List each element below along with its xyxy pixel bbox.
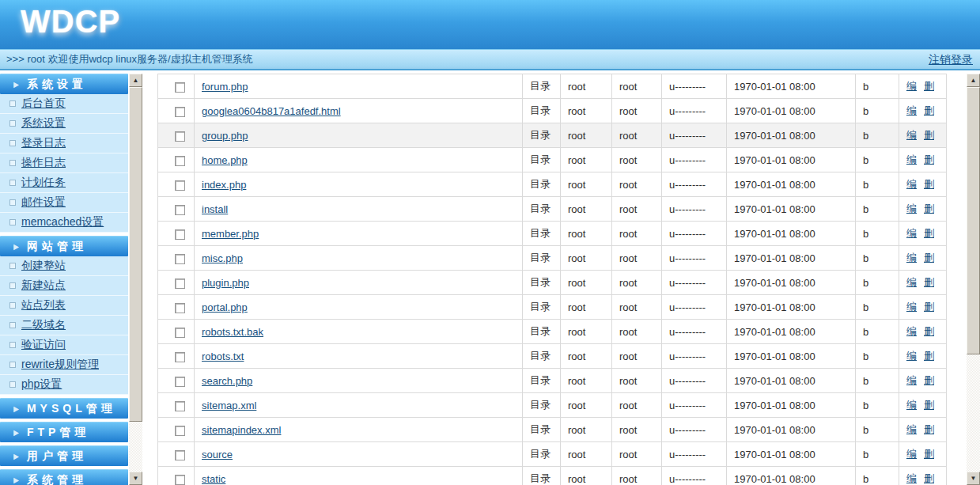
sidebar-item[interactable]: 登录日志 xyxy=(0,134,128,153)
scroll-up-button[interactable]: ▲ xyxy=(967,74,980,87)
row-checkbox[interactable] xyxy=(175,328,185,338)
row-checkbox[interactable] xyxy=(175,426,185,436)
file-link[interactable]: search.php xyxy=(202,375,252,387)
sidebar-item[interactable]: 站点列表 xyxy=(0,296,128,316)
row-checkbox[interactable] xyxy=(175,475,185,485)
scroll-down-button[interactable]: ▼ xyxy=(967,472,980,485)
file-link[interactable]: member.php xyxy=(202,228,259,240)
file-link[interactable]: static xyxy=(202,473,225,485)
sidebar-section-header[interactable]: ▶ FTP管理 xyxy=(0,422,128,442)
scroll-down-button[interactable]: ▼ xyxy=(129,472,142,485)
sidebar-item-link[interactable]: 站点列表 xyxy=(21,298,66,313)
delete-link[interactable]: 删 xyxy=(924,276,934,288)
delete-link[interactable]: 删 xyxy=(924,227,934,239)
row-checkbox[interactable] xyxy=(175,377,185,387)
edit-link[interactable]: 编 xyxy=(906,472,917,484)
delete-link[interactable]: 删 xyxy=(924,301,934,313)
sidebar-item-link[interactable]: 二级域名 xyxy=(21,318,66,332)
delete-link[interactable]: 删 xyxy=(924,203,934,214)
sidebar-item-link[interactable]: 后台首页 xyxy=(21,97,66,111)
file-link[interactable]: group.php xyxy=(202,130,248,142)
edit-link[interactable]: 编 xyxy=(906,227,917,239)
row-checkbox[interactable] xyxy=(175,303,185,313)
delete-link[interactable]: 删 xyxy=(924,448,934,460)
sidebar-section-header[interactable]: ▶ 网站管理 xyxy=(0,236,128,256)
sidebar-item-link[interactable]: 创建整站 xyxy=(21,259,66,273)
sidebar-item[interactable]: 邮件设置 xyxy=(0,193,128,213)
file-link[interactable]: misc.php xyxy=(202,252,243,264)
sidebar-section-header[interactable]: ▶ 系统管理 xyxy=(0,469,128,485)
file-link[interactable]: home.php xyxy=(202,154,248,166)
sidebar-item-link[interactable]: rewrite规则管理 xyxy=(21,358,99,372)
delete-link[interactable]: 删 xyxy=(924,178,934,190)
file-link[interactable]: sitemapindex.xml xyxy=(202,424,281,436)
sidebar-item-link[interactable]: 新建站点 xyxy=(21,278,66,293)
sidebar-item[interactable]: 计划任务 xyxy=(0,173,128,193)
delete-link[interactable]: 删 xyxy=(924,472,934,484)
sidebar-scrollbar[interactable]: ▲ ▼ xyxy=(129,74,142,485)
row-checkbox[interactable] xyxy=(175,107,185,117)
sidebar-section-header[interactable]: ▶ MYSQL管理 xyxy=(0,398,128,419)
sidebar-item-link[interactable]: 邮件设置 xyxy=(21,195,66,210)
sidebar-section-header[interactable]: ▶ 用户管理 xyxy=(0,445,128,466)
file-link[interactable]: robots.txt.bak xyxy=(202,326,263,338)
scroll-up-button[interactable]: ▲ xyxy=(129,74,142,87)
file-link[interactable]: source xyxy=(202,449,233,460)
edit-link[interactable]: 编 xyxy=(906,374,917,386)
sidebar-item[interactable]: 新建站点 xyxy=(0,276,128,296)
delete-link[interactable]: 删 xyxy=(924,80,934,92)
sidebar-item-link[interactable]: 系统设置 xyxy=(21,116,66,131)
row-checkbox[interactable] xyxy=(175,254,185,264)
row-checkbox[interactable] xyxy=(175,229,185,240)
edit-link[interactable]: 编 xyxy=(906,301,917,313)
row-checkbox[interactable] xyxy=(175,205,185,215)
sidebar-item-link[interactable]: 验证访问 xyxy=(21,338,66,352)
scrollbar-track[interactable] xyxy=(967,87,980,472)
row-checkbox[interactable] xyxy=(175,401,185,411)
row-checkbox[interactable] xyxy=(175,180,185,191)
row-checkbox[interactable] xyxy=(175,352,185,362)
delete-link[interactable]: 删 xyxy=(924,325,934,337)
scrollbar-thumb[interactable] xyxy=(967,87,980,354)
file-link[interactable]: sitemap.xml xyxy=(202,400,256,411)
edit-link[interactable]: 编 xyxy=(906,153,917,165)
delete-link[interactable]: 删 xyxy=(924,129,934,141)
delete-link[interactable]: 删 xyxy=(924,104,934,116)
sidebar-item[interactable]: rewrite规则管理 xyxy=(0,355,128,375)
edit-link[interactable]: 编 xyxy=(906,350,917,362)
delete-link[interactable]: 删 xyxy=(924,350,934,362)
sidebar-item-link[interactable]: 登录日志 xyxy=(21,136,66,150)
edit-link[interactable]: 编 xyxy=(906,399,917,411)
logout-link[interactable]: 注销登录 xyxy=(929,50,973,69)
sidebar-item-link[interactable]: memcached设置 xyxy=(21,215,104,229)
edit-link[interactable]: 编 xyxy=(906,423,917,435)
edit-link[interactable]: 编 xyxy=(906,203,917,214)
sidebar-item[interactable]: 系统设置 xyxy=(0,114,128,134)
file-link[interactable]: portal.php xyxy=(202,301,248,313)
sidebar-item-link[interactable]: 计划任务 xyxy=(21,176,66,190)
main-scrollbar[interactable]: ▲ ▼ xyxy=(967,74,980,485)
sidebar-item[interactable]: memcached设置 xyxy=(0,213,128,233)
sidebar-item[interactable]: 操作日志 xyxy=(0,153,128,173)
file-link[interactable]: googlea0604b817a1afedf.html xyxy=(202,105,341,117)
sidebar-item[interactable]: 创建整站 xyxy=(0,256,128,276)
delete-link[interactable]: 删 xyxy=(924,423,934,435)
scrollbar-thumb[interactable] xyxy=(129,87,142,422)
file-link[interactable]: robots.txt xyxy=(202,350,244,362)
edit-link[interactable]: 编 xyxy=(906,325,917,337)
delete-link[interactable]: 删 xyxy=(924,399,934,411)
scrollbar-track[interactable] xyxy=(129,87,142,472)
edit-link[interactable]: 编 xyxy=(906,448,917,460)
file-link[interactable]: forum.php xyxy=(202,81,248,93)
edit-link[interactable]: 编 xyxy=(906,178,917,190)
row-checkbox[interactable] xyxy=(175,82,185,93)
sidebar-item-link[interactable]: php设置 xyxy=(21,377,62,392)
delete-link[interactable]: 删 xyxy=(924,374,934,386)
sidebar-section-header[interactable]: ▶ 系统设置 xyxy=(0,74,128,94)
file-link[interactable]: plugin.php xyxy=(202,277,249,289)
edit-link[interactable]: 编 xyxy=(906,80,917,92)
delete-link[interactable]: 删 xyxy=(924,153,934,165)
row-checkbox[interactable] xyxy=(175,131,185,142)
row-checkbox[interactable] xyxy=(175,156,185,166)
delete-link[interactable]: 删 xyxy=(924,252,934,263)
